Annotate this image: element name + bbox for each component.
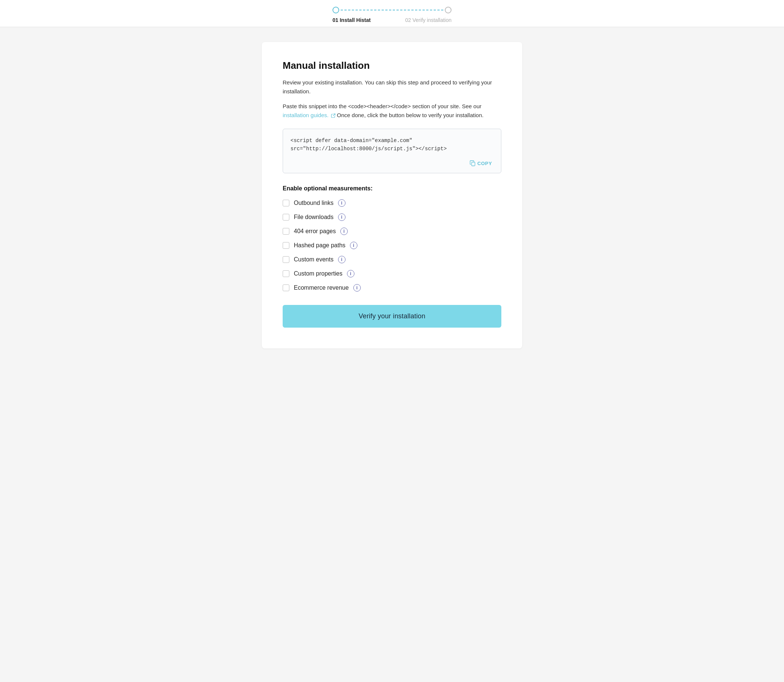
info-icon-hashed-page-paths[interactable]: i [350,242,357,249]
step2-circle [445,7,451,13]
copy-icon [470,160,476,166]
step1-circle [333,7,339,13]
checkbox-hashed-page-paths[interactable] [283,242,289,249]
info-icon-custom-events[interactable]: i [338,256,346,263]
checkbox-item-file-downloads: File downloads i [283,214,501,221]
description-2: Paste this snippet into the <code><heade… [283,102,501,120]
copy-button[interactable]: COPY [467,159,495,168]
checkbox-item-outbound-links: Outbound links i [283,199,501,207]
info-icon-404-error-pages[interactable]: i [340,228,348,235]
checkbox-item-hashed-page-paths: Hashed page paths i [283,242,501,249]
label-404-error-pages[interactable]: 404 error pages [294,228,336,235]
label-file-downloads[interactable]: File downloads [294,214,334,220]
svg-rect-0 [472,162,475,166]
verify-installation-button[interactable]: Verify your installation [283,305,501,328]
step2-label[interactable]: 02 Verify installation [405,17,451,23]
external-link-icon [331,113,335,118]
checkbox-file-downloads[interactable] [283,214,289,220]
checkbox-custom-properties[interactable] [283,270,289,277]
checkbox-outbound-links[interactable] [283,200,289,206]
top-navigation: 01 Install Histat 02 Verify installation [0,0,784,27]
main-content: Manual installation Review your existing… [262,42,522,349]
checkbox-list: Outbound links i File downloads i 404 er… [283,199,501,292]
measurements-title: Enable optional measurements: [283,185,501,192]
step1-label[interactable]: 01 Install Histat [333,17,371,23]
checkbox-item-custom-events: Custom events i [283,256,501,263]
checkbox-404-error-pages[interactable] [283,228,289,235]
label-hashed-page-paths[interactable]: Hashed page paths [294,242,346,249]
checkbox-custom-events[interactable] [283,256,289,263]
label-custom-properties[interactable]: Custom properties [294,270,343,277]
step-labels: 01 Install Histat 02 Verify installation [333,17,451,23]
checkbox-item-custom-properties: Custom properties i [283,270,501,277]
checkbox-item-404-error-pages: 404 error pages i [283,228,501,235]
info-icon-custom-properties[interactable]: i [347,270,354,277]
label-ecommerce-revenue[interactable]: Ecommerce revenue [294,284,349,291]
info-icon-ecommerce-revenue[interactable]: i [353,284,361,292]
label-outbound-links[interactable]: Outbound links [294,200,334,206]
page-title: Manual installation [283,60,501,72]
code-snippet: <script defer data-domain="example.com" … [290,137,494,153]
info-icon-outbound-links[interactable]: i [338,199,346,207]
description-1: Review your existing installation. You c… [283,78,501,96]
installation-guides-link[interactable]: installation guides. [283,112,337,118]
checkbox-ecommerce-revenue[interactable] [283,284,289,291]
stepper [333,7,451,13]
code-block-wrapper: <script defer data-domain="example.com" … [283,129,501,173]
step-line [341,10,443,10]
info-icon-file-downloads[interactable]: i [338,214,346,221]
label-custom-events[interactable]: Custom events [294,256,334,263]
checkbox-item-ecommerce-revenue: Ecommerce revenue i [283,284,501,292]
